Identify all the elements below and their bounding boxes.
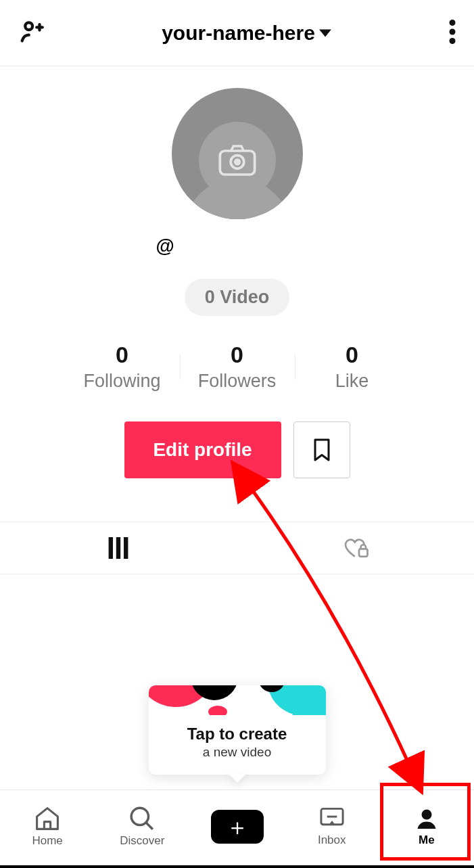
nav-create[interactable]: ＋: [189, 790, 284, 863]
create-prompt-subtitle: a new video: [156, 745, 319, 760]
add-friend-icon[interactable]: [18, 18, 45, 48]
home-icon: [34, 806, 61, 831]
video-count-pill[interactable]: 0 Video: [185, 279, 290, 316]
stats-row: 0 Following 0 Followers 0 Like: [0, 342, 474, 392]
svg-rect-11: [359, 549, 368, 556]
nav-discover[interactable]: Discover: [95, 790, 189, 863]
svg-point-4: [449, 38, 455, 44]
stat-followers-label: Followers: [180, 371, 295, 392]
stat-followers[interactable]: 0 Followers: [180, 342, 295, 392]
create-video-prompt[interactable]: Tap to create a new video: [149, 685, 326, 775]
camera-icon: [218, 144, 256, 177]
svg-point-7: [235, 160, 239, 164]
bottom-nav: Home Discover ＋ Inbox Me: [0, 790, 474, 863]
svg-rect-8: [109, 537, 113, 559]
username-text: your-name-here: [162, 22, 315, 45]
nav-inbox-label: Inbox: [318, 833, 346, 847]
stat-like-count: 0: [295, 342, 410, 368]
grid-icon: [108, 537, 129, 559]
svg-point-12: [131, 808, 148, 825]
profile-buttons: Edit profile: [124, 421, 350, 478]
username-handle: @: [0, 235, 474, 257]
stat-like-label: Like: [295, 371, 410, 392]
edit-profile-button[interactable]: Edit profile: [124, 421, 281, 478]
svg-point-0: [25, 22, 32, 30]
nav-home[interactable]: Home: [0, 790, 95, 863]
chevron-down-icon: [319, 27, 331, 39]
more-options-icon[interactable]: [448, 20, 456, 47]
svg-rect-9: [116, 537, 120, 559]
create-prompt-title: Tap to create: [156, 725, 319, 744]
svg-rect-10: [124, 537, 128, 559]
svg-point-3: [449, 28, 455, 35]
stat-following[interactable]: 0 Following: [65, 342, 180, 392]
nav-me[interactable]: Me: [379, 790, 474, 863]
tab-grid[interactable]: [0, 522, 237, 574]
create-button[interactable]: ＋: [211, 810, 264, 844]
svg-marker-1: [319, 29, 331, 37]
stat-like[interactable]: 0 Like: [295, 342, 410, 392]
search-icon: [129, 806, 155, 831]
avatar[interactable]: [172, 88, 303, 219]
nav-home-label: Home: [32, 834, 62, 848]
profile-header: your-name-here: [0, 0, 474, 66]
splash-decoration: [149, 685, 326, 715]
stat-followers-count: 0: [180, 342, 295, 368]
svg-point-14: [421, 809, 431, 819]
nav-discover-label: Discover: [120, 834, 164, 848]
nav-me-label: Me: [419, 833, 435, 847]
tab-liked-private[interactable]: [237, 522, 475, 574]
heart-lock-icon: [342, 536, 369, 559]
bookmark-button[interactable]: [293, 421, 350, 478]
profile-tabs: [0, 522, 474, 574]
person-icon: [414, 806, 439, 831]
username-dropdown[interactable]: your-name-here: [162, 22, 331, 45]
stat-following-label: Following: [65, 371, 180, 392]
stat-following-count: 0: [65, 342, 180, 368]
nav-inbox[interactable]: Inbox: [285, 790, 379, 863]
profile-section: @ 0 Video 0 Following 0 Followers 0 Like…: [0, 66, 474, 775]
plus-icon: ＋: [226, 815, 249, 838]
inbox-icon: [319, 806, 345, 831]
bookmark-icon: [312, 438, 332, 462]
svg-point-2: [449, 20, 455, 26]
